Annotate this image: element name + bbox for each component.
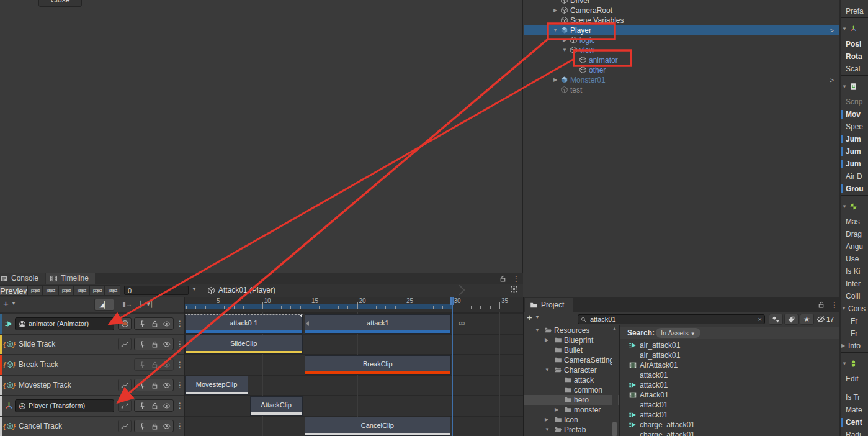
hierarchy-row[interactable]: ▶ logic bbox=[524, 35, 839, 45]
timeline-clip[interactable]: attack1 bbox=[305, 314, 451, 334]
search-result-row[interactable]: attack01 bbox=[620, 400, 839, 410]
record-or-curve-button[interactable] bbox=[118, 399, 132, 412]
edit-mode-mix-button[interactable]: ▮→ bbox=[119, 299, 135, 311]
hierarchy-row[interactable]: other bbox=[524, 65, 839, 75]
folder-row[interactable]: ▼ Character bbox=[524, 365, 619, 375]
folder-row[interactable]: CameraSetting bbox=[524, 355, 619, 365]
track-kebab-icon[interactable]: ⋮ bbox=[176, 335, 184, 354]
search-result-row[interactable]: air_attack01 bbox=[620, 340, 839, 350]
hierarchy-row[interactable]: Driver bbox=[524, 0, 839, 6]
record-or-curve-button[interactable] bbox=[118, 420, 132, 432]
hidden-count-badge[interactable]: 17 bbox=[817, 314, 834, 325]
hierarchy-row[interactable]: Scene Variables bbox=[524, 16, 839, 25]
search-result-row[interactable]: charge_attack01 bbox=[620, 420, 839, 430]
folder-row[interactable]: ▶ Blueprint bbox=[524, 335, 619, 345]
close-button[interactable]: Close bbox=[38, 0, 82, 7]
object-picker-icon[interactable] bbox=[18, 320, 27, 329]
search-result-row[interactable]: attack01 bbox=[620, 410, 839, 420]
lock-open-icon[interactable] bbox=[817, 301, 825, 309]
hierarchy-row[interactable]: ▼ Player > bbox=[524, 25, 839, 35]
search-result-row[interactable]: charge_attack01 bbox=[620, 430, 839, 436]
scrollbar-thumb[interactable] bbox=[612, 422, 617, 436]
timeline-clip[interactable]: CancelClip bbox=[305, 417, 451, 436]
scroll-up-icon[interactable]: ▲ bbox=[612, 326, 617, 330]
pin-icon[interactable] bbox=[138, 320, 146, 328]
eye-icon[interactable] bbox=[163, 422, 171, 430]
expand-arrow-icon[interactable]: ▶ bbox=[545, 335, 548, 345]
curves-toggle-button[interactable]: ◢▏ bbox=[94, 299, 114, 311]
hierarchy-row[interactable]: test bbox=[524, 85, 839, 95]
track-header[interactable]: animator (Animator) ⋮ bbox=[0, 314, 184, 334]
expand-arrow-icon[interactable]: ▶ bbox=[545, 415, 548, 425]
expand-arrow-icon[interactable]: ▶ bbox=[555, 405, 558, 415]
prefab-open-chevron[interactable]: > bbox=[830, 75, 834, 85]
folder-row[interactable]: attack bbox=[524, 375, 619, 385]
foldout-arrow-icon[interactable]: ▼ bbox=[842, 24, 847, 34]
expand-arrow-icon[interactable]: ▶ bbox=[561, 35, 568, 45]
clear-search-icon[interactable]: × bbox=[758, 315, 762, 324]
pin-icon[interactable] bbox=[138, 402, 146, 410]
frame-field-caret-icon[interactable]: ▼ bbox=[192, 286, 197, 292]
timeline-clip[interactable]: BreakClip bbox=[305, 355, 451, 375]
expand-arrow-icon[interactable]: ▼ bbox=[561, 45, 568, 55]
timeline-clip[interactable]: attack0-1 bbox=[185, 314, 303, 334]
kebab-menu-icon[interactable]: ⋮ bbox=[831, 301, 838, 309]
transport-button[interactable]: [object Object] bbox=[43, 285, 58, 296]
timeline-clip[interactable]: AttackClip bbox=[250, 396, 303, 416]
tree-scrollbar[interactable]: ▲ bbox=[612, 325, 618, 436]
track-kebab-icon[interactable]: ⋮ bbox=[176, 314, 184, 334]
lock-icon[interactable] bbox=[151, 320, 159, 328]
scope-dropdown[interactable]: In Assets ▼ bbox=[656, 328, 700, 338]
transport-button[interactable]: [object Object] bbox=[74, 285, 89, 296]
eye-icon[interactable] bbox=[163, 381, 171, 389]
track-binding-field[interactable]: Player (Transform) bbox=[15, 399, 114, 412]
record-or-curve-button[interactable] bbox=[118, 338, 132, 350]
project-search-field[interactable]: × bbox=[578, 314, 765, 324]
record-or-curve-button[interactable] bbox=[118, 317, 132, 330]
transport-button[interactable]: [object Object] bbox=[105, 285, 120, 296]
track-header[interactable]: {} Cancel Track ⋮ bbox=[0, 417, 184, 436]
folder-row[interactable]: ▶ Icon bbox=[524, 415, 619, 425]
timeline-breadcrumb[interactable]: Attack01 (Player) bbox=[207, 284, 275, 296]
tab-console[interactable]: Console bbox=[0, 273, 45, 284]
track-header[interactable]: {} Break Track ⋮ bbox=[0, 355, 184, 375]
timeline-ruler[interactable]: 5101520253035 bbox=[184, 297, 523, 312]
foldout-arrow-icon[interactable]: ▼ bbox=[842, 202, 847, 212]
expand-arrow-icon[interactable]: ▼ bbox=[545, 425, 550, 435]
hierarchy-row[interactable]: ▼ view bbox=[524, 45, 839, 55]
search-result-row[interactable]: attack01 bbox=[620, 380, 839, 390]
track-header[interactable]: Player (Transform) ⋮ bbox=[0, 396, 184, 416]
expand-arrow-icon[interactable]: ▶ bbox=[552, 75, 559, 85]
expand-arrow-icon[interactable]: ▼ bbox=[545, 365, 550, 375]
track-kebab-icon[interactable]: ⋮ bbox=[176, 417, 184, 436]
hierarchy-row[interactable]: ▶ CameraRoot bbox=[524, 6, 839, 16]
foldout-arrow-icon[interactable]: ▶ bbox=[841, 341, 845, 351]
timeline-clip[interactable]: SlideClip bbox=[185, 335, 303, 354]
track-binding-field[interactable]: animator (Animator) bbox=[15, 317, 114, 330]
expand-arrow-icon[interactable]: ▶ bbox=[552, 6, 559, 16]
lock-icon[interactable] bbox=[151, 422, 159, 430]
eye-icon[interactable] bbox=[163, 361, 171, 369]
add-track-button[interactable]: + ▼ bbox=[3, 298, 16, 309]
track-header[interactable]: {} Movestep Track ⋮ bbox=[0, 376, 184, 395]
timeline-clip[interactable]: MovestepClip bbox=[185, 376, 249, 395]
foldout-arrow-icon[interactable]: ▼ bbox=[842, 82, 847, 92]
folder-row[interactable]: Bullet bbox=[524, 345, 619, 355]
favorites-button[interactable]: ★ bbox=[800, 314, 814, 325]
lock-icon[interactable] bbox=[151, 340, 159, 348]
pin-icon[interactable] bbox=[138, 361, 146, 369]
lock-icon[interactable] bbox=[151, 381, 159, 389]
search-result-row[interactable]: AirAttack01 bbox=[620, 360, 839, 370]
search-result-row[interactable]: air_attack01 bbox=[620, 350, 839, 360]
tab-project[interactable]: Project bbox=[525, 298, 573, 312]
search-by-label-button[interactable] bbox=[784, 314, 799, 325]
pin-icon[interactable] bbox=[138, 340, 146, 348]
folder-row[interactable]: ▶ monster bbox=[524, 405, 619, 415]
track-kebab-icon[interactable]: ⋮ bbox=[176, 355, 184, 375]
search-result-row[interactable]: Attack01 bbox=[620, 390, 839, 400]
prefab-open-chevron[interactable]: > bbox=[830, 25, 834, 35]
eye-icon[interactable] bbox=[163, 320, 171, 328]
pin-icon[interactable] bbox=[138, 422, 146, 430]
timeline-clip-lanes[interactable]: attack0-1attack1SlideClipBreakClipMovest… bbox=[184, 312, 523, 436]
tab-timeline[interactable]: Timeline bbox=[46, 273, 95, 284]
